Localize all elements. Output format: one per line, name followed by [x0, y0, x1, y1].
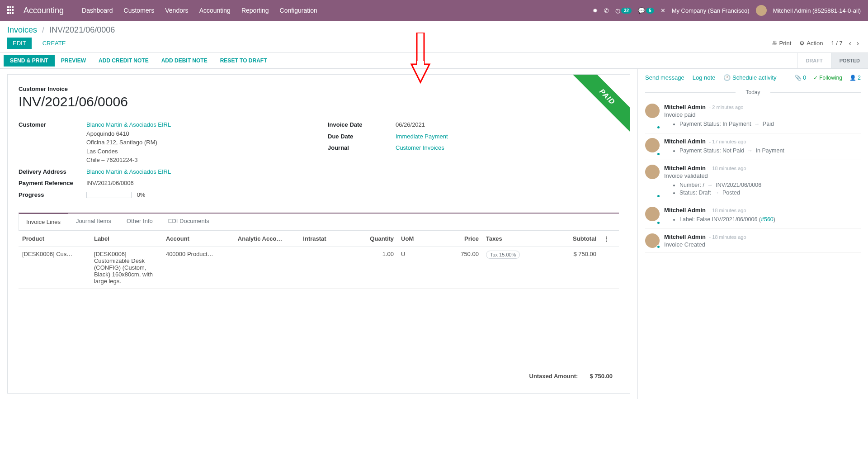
presence-icon: [656, 221, 660, 225]
clock-badge: 32: [621, 8, 632, 14]
untaxed-value: $ 750.00: [584, 371, 618, 381]
chatter-message: Mitchell Admin - 17 minutes ago Payment …: [645, 133, 861, 160]
user-avatar-icon[interactable]: [756, 5, 767, 16]
edit-button[interactable]: EDIT: [7, 38, 32, 49]
bug-icon[interactable]: ✹: [593, 7, 598, 14]
customer-link[interactable]: Blanco Martin & Asociados EIRL: [86, 121, 171, 128]
table-row[interactable]: [DESK0006] Cus… [DESK0006] Customizable …: [19, 247, 619, 289]
chat-badge: 5: [646, 8, 654, 14]
breadcrumb: Invoices / INV/2021/06/0006: [7, 25, 861, 35]
attachments-count[interactable]: 📎 0: [795, 75, 806, 81]
cell-subtotal: $ 750.00: [541, 247, 600, 289]
log-note-button[interactable]: Log note: [693, 74, 716, 81]
message-time: - 18 minutes ago: [709, 166, 746, 171]
invoice-date-value: 06/26/2021: [396, 120, 425, 129]
th-product[interactable]: Product: [19, 231, 90, 247]
action-button[interactable]: ⚙ Action: [799, 40, 823, 47]
message-author: Mitchell Admin: [664, 165, 706, 171]
th-price[interactable]: Price: [437, 231, 482, 247]
apps-icon[interactable]: [7, 6, 15, 14]
presence-icon: [656, 245, 660, 249]
change-item: Number: / → INV/2021/06/0006: [679, 182, 861, 188]
user-name[interactable]: Mitchell Admin (8525881-14-0-all): [773, 7, 861, 14]
cell-taxes: Tax 15.00%: [482, 247, 541, 289]
followers-count[interactable]: 👤 2: [849, 75, 861, 81]
change-item: Payment Status: Not Paid → In Payment: [679, 147, 861, 154]
tab-other-info[interactable]: Other Info: [119, 213, 160, 230]
send-print-button[interactable]: SEND & PRINT: [4, 55, 55, 66]
nav-vendors[interactable]: Vendors: [165, 7, 188, 14]
message-author: Mitchell Admin: [664, 207, 706, 214]
tab-edi-documents[interactable]: EDI Documents: [160, 213, 217, 230]
send-message-button[interactable]: Send message: [645, 74, 684, 81]
nav-customers[interactable]: Customers: [124, 7, 155, 14]
add-debit-note-button[interactable]: ADD DEBIT NOTE: [155, 55, 214, 66]
th-label[interactable]: Label: [90, 231, 162, 247]
delivery-link[interactable]: Blanco Martin & Asociados EIRL: [86, 168, 171, 175]
cell-label: [DESK0006] Customizable Desk (CONFIG) (C…: [90, 247, 162, 289]
change-link[interactable]: #560: [761, 216, 774, 223]
th-analytic[interactable]: Analytic Acco…: [234, 231, 300, 247]
nav-menu: Dashboard Customers Vendors Accounting R…: [82, 7, 317, 14]
tools-icon[interactable]: ✕: [660, 7, 665, 14]
company-name[interactable]: My Company (San Francisco): [672, 7, 750, 14]
chat-icon[interactable]: 💬5: [638, 7, 654, 14]
message-time: - 18 minutes ago: [709, 208, 746, 213]
message-time: - 17 minutes ago: [709, 139, 746, 144]
tab-journal-items[interactable]: Journal Items: [68, 213, 119, 230]
message-note: Invoice validated: [664, 172, 861, 179]
tab-invoice-lines[interactable]: Invoice Lines: [19, 213, 68, 230]
cell-product: [DESK0006] Cus…: [19, 247, 90, 289]
journal-label: Journal: [328, 143, 396, 152]
message-author: Mitchell Admin: [664, 104, 706, 110]
clock-icon[interactable]: ◷32: [615, 7, 632, 14]
following-button[interactable]: Following: [813, 75, 842, 81]
due-date-link[interactable]: Immediate Payment: [396, 133, 448, 140]
pager-prev[interactable]: ‹: [847, 38, 853, 48]
presence-icon: [656, 152, 660, 156]
cell-price: 750.00: [437, 247, 482, 289]
create-button[interactable]: CREATE: [37, 38, 71, 49]
chatter-message: Mitchell Admin - 18 minutes ago Invoice …: [645, 160, 861, 202]
message-avatar: [645, 233, 660, 248]
pager-next[interactable]: ›: [855, 38, 861, 48]
th-subtotal[interactable]: Subtotal: [541, 231, 600, 247]
message-avatar: [645, 165, 660, 197]
delivery-label: Delivery Address: [19, 167, 86, 176]
th-kebab[interactable]: ⋮: [600, 231, 619, 247]
th-intrastat[interactable]: Intrastat: [299, 231, 352, 247]
message-note: Invoice paid: [664, 111, 861, 118]
invoice-date-label: Invoice Date: [328, 120, 396, 129]
th-account[interactable]: Account: [162, 231, 234, 247]
status-posted[interactable]: POSTED: [831, 53, 868, 68]
nav-accounting[interactable]: Accounting: [199, 7, 231, 14]
journal-link[interactable]: Customer Invoices: [396, 144, 444, 151]
customer-addr1: Apoquindo 6410: [86, 130, 129, 137]
breadcrumb-sep: /: [42, 25, 44, 34]
nav-reporting[interactable]: Reporting: [241, 7, 269, 14]
nav-configuration[interactable]: Configuration: [280, 7, 317, 14]
print-button[interactable]: 🖶 Print: [772, 40, 792, 47]
chatter: Send message Log note 🕐 Schedule activit…: [637, 69, 868, 399]
status-draft[interactable]: DRAFT: [797, 53, 830, 68]
invoice-type-label: Customer Invoice: [19, 86, 619, 92]
th-uom[interactable]: UoM: [397, 231, 437, 247]
preview-button[interactable]: PREVIEW: [55, 55, 92, 66]
th-quantity[interactable]: Quantity: [352, 231, 397, 247]
payref-label: Payment Reference: [19, 179, 86, 188]
breadcrumb-parent[interactable]: Invoices: [7, 25, 37, 34]
cell-intrastat: [299, 247, 352, 289]
message-author: Mitchell Admin: [664, 233, 706, 240]
reset-to-draft-button[interactable]: RESET TO DRAFT: [214, 55, 274, 66]
app-brand[interactable]: Accounting: [24, 6, 64, 15]
add-credit-note-button[interactable]: ADD CREDIT NOTE: [92, 55, 155, 66]
due-date-label: Due Date: [328, 132, 396, 141]
presence-icon: [656, 125, 660, 129]
chatter-message: Mitchell Admin - 18 minutes ago Invoice …: [645, 229, 861, 253]
nav-dashboard[interactable]: Dashboard: [82, 7, 113, 14]
customer-addr2: Oficina 212, Santiago (RM): [86, 139, 157, 146]
th-taxes[interactable]: Taxes: [482, 231, 541, 247]
clock-icon: 🕐: [723, 74, 731, 81]
phone-icon[interactable]: ✆: [604, 7, 609, 14]
schedule-activity-button[interactable]: 🕐 Schedule activity: [723, 74, 776, 81]
